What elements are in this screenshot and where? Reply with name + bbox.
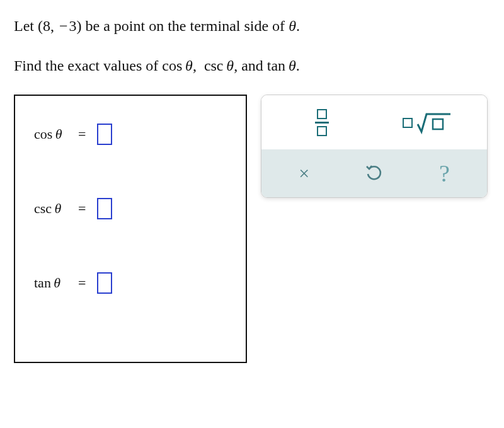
point-close: ): [77, 18, 82, 34]
fraction-denominator-box: [317, 126, 327, 136]
answer-row-tan: tan θ =: [34, 272, 231, 294]
problem-line-2: Find the exact values of cos θ, csc θ, a…: [14, 55, 490, 77]
radical-coefficient-box: [403, 118, 413, 128]
label-tan: tan θ: [34, 275, 71, 291]
tool-panel: × ?: [261, 95, 488, 198]
sep-1: ,: [193, 57, 200, 74]
sep-2: , and: [234, 57, 267, 74]
clear-button[interactable]: ×: [269, 159, 339, 187]
svg-rect-0: [433, 119, 443, 129]
equals-3: =: [78, 275, 89, 291]
undo-icon: [365, 164, 384, 183]
fn-cos: cos: [162, 57, 182, 74]
theta-2: θ: [185, 57, 193, 74]
fraction-numerator-box: [317, 109, 327, 119]
answer-row-csc: csc θ =: [34, 198, 231, 219]
sqrt-glyph: [416, 112, 452, 134]
theta-4: θ: [289, 57, 296, 74]
close-icon: ×: [299, 163, 309, 184]
label-csc: csc θ: [34, 200, 71, 217]
fraction-icon: [315, 109, 329, 136]
fraction-bar: [315, 122, 329, 124]
point-open: (: [38, 18, 43, 34]
input-csc[interactable]: [97, 198, 112, 219]
point-minus: −: [58, 18, 69, 34]
input-tan[interactable]: [97, 272, 112, 294]
content-row: cos θ = csc θ = tan θ =: [14, 95, 490, 363]
radical-icon: [403, 112, 452, 134]
help-button[interactable]: ?: [410, 159, 479, 187]
answer-row-cos: cos θ =: [34, 124, 231, 145]
text-find: Find the exact values of: [14, 57, 162, 74]
text-terminal: be a point on the terminal side of: [82, 18, 289, 34]
text-period-2: .: [296, 57, 300, 74]
help-icon: ?: [439, 159, 450, 187]
problem-line-1: Let (8, −3) be a point on the terminal s…: [14, 15, 490, 37]
tool-bottom-row: × ?: [261, 149, 487, 197]
fn-csc: csc: [204, 57, 224, 74]
point-comma: ,: [50, 18, 58, 34]
undo-button[interactable]: [339, 159, 409, 187]
text-let: Let: [14, 18, 38, 34]
fn-tan: tan: [267, 57, 285, 74]
equals-1: =: [78, 126, 89, 142]
text-period-1: .: [296, 18, 300, 34]
label-cos: cos θ: [34, 126, 71, 142]
equals-2: =: [78, 200, 89, 217]
theta-3: θ: [226, 57, 234, 74]
input-cos[interactable]: [97, 124, 112, 145]
theta-1: θ: [289, 18, 296, 34]
fraction-template-button[interactable]: [269, 107, 374, 139]
point-y: 3: [69, 18, 77, 34]
point-x: 8: [43, 18, 50, 34]
tool-top-row: [261, 95, 487, 149]
answer-box: cos θ = csc θ = tan θ =: [14, 95, 247, 363]
radical-template-button[interactable]: [374, 107, 479, 139]
